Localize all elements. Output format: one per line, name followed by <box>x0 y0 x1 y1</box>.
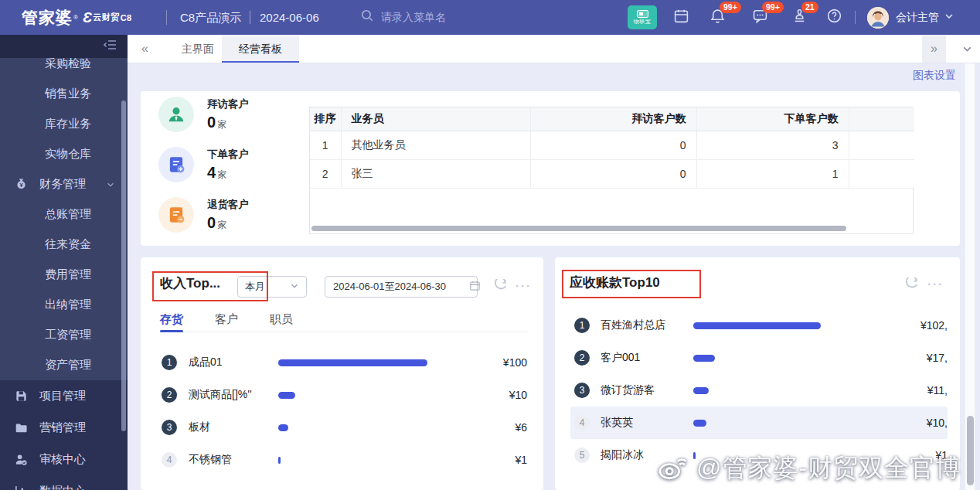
iot-tool-button[interactable]: 物联宝 <box>628 5 657 29</box>
table-header-下单客户数: 下单客户数 <box>696 107 849 131</box>
value-bar <box>693 387 709 394</box>
app-logo: 管家婆®Ɛ云财贸C8 <box>22 0 132 35</box>
income-row-不锈钢管[interactable]: 4不锈钢管¥1 <box>141 444 543 476</box>
table-header-业务员: 业务员 <box>341 107 530 131</box>
sidebar-item-审核中心[interactable]: 审核中心 <box>0 444 128 475</box>
sidebar-item-费用管理[interactable]: 费用管理 <box>0 260 128 290</box>
sidebar-item-项目管理[interactable]: 项目管理 <box>0 380 128 412</box>
sidebar-item-财务管理[interactable]: ¥财务管理 <box>0 169 128 199</box>
sidebar-item-label: 总账管理 <box>45 207 91 222</box>
select-chevron-down-icon <box>290 281 299 293</box>
table-row[interactable]: 1其他业务员03 <box>310 131 914 159</box>
sidebar-item-往来资金[interactable]: 往来资金 <box>0 230 128 260</box>
item-value: ¥1 <box>822 449 948 461</box>
sidebar-item-采购检验[interactable]: 采购检验 <box>0 58 128 79</box>
alerts-button[interactable]: 99+ <box>709 8 726 27</box>
sidebar-item-工资管理[interactable]: 工资管理 <box>0 320 128 350</box>
receivable-row-张英英[interactable]: 4张英英¥10, <box>570 407 948 439</box>
item-value: ¥102, <box>822 319 948 332</box>
calendar-icon <box>673 8 689 27</box>
help-icon <box>826 8 842 27</box>
rank-badge: 1 <box>162 355 177 370</box>
income-row-测试商品[]%''[interactable]: 2测试商品[]%''¥10 <box>141 379 543 411</box>
sidebar-scrollbar-thumb[interactable] <box>121 100 126 431</box>
stat-unit: 家 <box>217 119 226 130</box>
user-chevron-down-icon <box>944 11 954 25</box>
income-tab-客户[interactable]: 客户 <box>215 309 238 332</box>
sidebar-item-label: 库存业务 <box>45 117 91 131</box>
stat-value: 4 <box>207 164 216 181</box>
order-customer-icon <box>158 147 194 182</box>
menu-search-input[interactable] <box>381 11 497 23</box>
income-refresh-icon[interactable] <box>495 279 508 292</box>
iot-label: 物联宝 <box>634 19 652 25</box>
period-select[interactable]: 本月 <box>237 276 307 298</box>
sidebar-item-资产管理[interactable]: 资产管理 <box>0 350 128 380</box>
stat-value: 0 <box>207 114 216 131</box>
user-menu[interactable]: 会计主管 <box>867 7 954 29</box>
table-hscrollbar-thumb[interactable] <box>311 226 846 231</box>
sidebar-expanded-group: 采购检验销售业务库存业务实物仓库¥财务管理总账管理往来资金费用管理出纳管理工资管… <box>0 58 128 380</box>
sidebar-item-出纳管理[interactable]: 出纳管理 <box>0 290 128 320</box>
messages-badge: 99+ <box>762 2 784 13</box>
rank-badge: 1 <box>574 318 590 333</box>
tabs-dropdown-button[interactable] <box>961 35 973 63</box>
money-bag-icon: ¥ <box>15 178 28 191</box>
table-row[interactable]: 2张三01 <box>310 159 914 188</box>
topbar: 管家婆®Ɛ云财贸C8 C8产品演示 2024-06-06 物联宝 99+ 99+… <box>0 0 980 35</box>
sidebar-header <box>0 35 128 58</box>
receivable-more-button[interactable]: ··· <box>927 277 944 291</box>
sidebar-item-总账管理[interactable]: 总账管理 <box>0 199 128 230</box>
iot-icon <box>637 10 648 18</box>
stat-退货客户: 退货客户0家 <box>158 197 249 233</box>
sidebar-item-label: 出纳管理 <box>45 298 91 312</box>
sidebar-item-库存业务[interactable]: 库存业务 <box>0 109 128 139</box>
sidebar-item-label: 数据中心 <box>39 484 86 490</box>
sidebar-lower-group: 项目管理营销管理审核中心数据中心 <box>0 380 128 490</box>
date-range-input[interactable] <box>325 276 478 298</box>
approvals-button[interactable]: 21 <box>791 8 808 27</box>
tabs-scroll-right-button[interactable]: » <box>922 35 946 63</box>
receivable-row-百姓渔村总店[interactable]: 1百姓渔村总店¥102, <box>570 309 948 342</box>
tab-经营看板[interactable]: 经营看板 <box>222 35 299 63</box>
sidebar-item-label: 审核中心 <box>39 452 86 467</box>
item-value: ¥17, <box>822 352 948 364</box>
collapse-sidebar-icon[interactable] <box>103 39 117 54</box>
chart-settings-link[interactable]: 图表设置 <box>913 69 956 83</box>
income-panel-title: 收入Top... <box>160 274 220 292</box>
sidebar: 采购检验销售业务库存业务实物仓库¥财务管理总账管理往来资金费用管理出纳管理工资管… <box>0 35 128 490</box>
main-scrollbar-thumb[interactable] <box>967 416 974 485</box>
income-row-成品01[interactable]: 1成品01¥100 <box>141 346 543 379</box>
rank-badge: 3 <box>162 420 177 435</box>
sidebar-item-营销管理[interactable]: 营销管理 <box>0 412 128 444</box>
item-value: ¥10 <box>429 389 527 401</box>
messages-button[interactable]: 99+ <box>752 8 768 27</box>
account-set-name: C8产品演示 <box>180 11 241 26</box>
income-more-button[interactable]: ··· <box>516 279 532 292</box>
receivable-row-客户001[interactable]: 2客户001¥17, <box>570 342 948 374</box>
calendar-button[interactable] <box>673 8 689 27</box>
menu-search[interactable] <box>360 9 497 26</box>
stat-unit: 家 <box>217 169 226 180</box>
income-row-板材[interactable]: 3板材¥6 <box>141 411 543 444</box>
visit-customer-icon <box>158 97 194 132</box>
stat-label: 下单客户 <box>207 148 249 162</box>
receivable-refresh-icon[interactable] <box>906 277 919 291</box>
tabs-scroll-left-button[interactable]: « <box>141 35 148 63</box>
search-icon <box>360 9 374 26</box>
item-value: ¥11, <box>822 384 948 396</box>
date-range-value[interactable] <box>333 281 469 293</box>
income-tab-职员[interactable]: 职员 <box>270 309 293 332</box>
item-name: 百姓渔村总店 <box>601 318 686 332</box>
table-header-拜访客户数: 拜访客户数 <box>530 107 696 131</box>
sidebar-item-数据中心[interactable]: 数据中心 <box>0 475 128 490</box>
income-tab-存货[interactable]: 存货 <box>160 309 183 332</box>
receivable-row-微订货游客[interactable]: 3微订货游客¥11, <box>570 374 948 407</box>
value-bar <box>693 355 715 362</box>
help-button[interactable] <box>826 8 842 27</box>
brand-text: 管家婆 <box>22 7 73 29</box>
topbar-divider <box>166 10 167 25</box>
receivable-row-揭阳冰冰[interactable]: 5揭阳冰冰¥1 <box>570 439 948 471</box>
sidebar-item-销售业务[interactable]: 销售业务 <box>0 79 128 109</box>
sidebar-item-实物仓库[interactable]: 实物仓库 <box>0 139 128 169</box>
